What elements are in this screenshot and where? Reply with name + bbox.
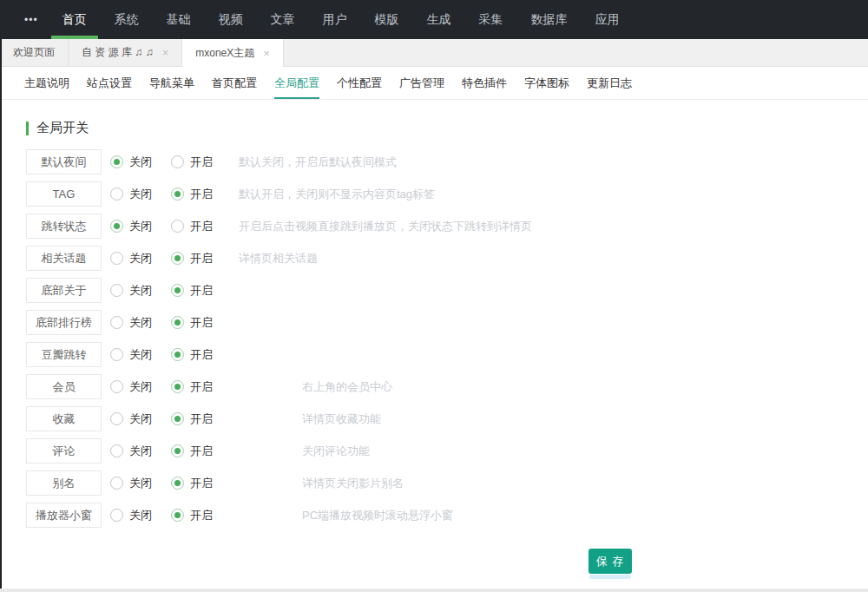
radio-off[interactable]: 关闭 [110,219,171,234]
setting-row: 别名关闭开启详情页关闭影片别名 [0,470,868,496]
radio-circle-icon[interactable] [110,316,123,329]
radio-circle-icon[interactable] [110,220,123,233]
radio-circle-icon[interactable] [110,187,123,201]
radio-circle-icon[interactable] [171,444,184,457]
tab-close-icon[interactable]: × [263,48,270,59]
settings-tab[interactable]: 首页配置 [212,67,257,99]
settings-tab[interactable]: 导航菜单 [149,67,194,99]
radio-circle-icon[interactable] [171,220,184,233]
radio-label: 开启 [190,444,213,459]
top-nav-item[interactable]: 文章 [260,0,306,39]
setting-description: PC端播放视频时滚动悬浮小窗 [302,508,453,523]
radio-circle-icon[interactable] [171,284,184,297]
radio-on[interactable]: 开启 [171,347,232,363]
tab-label: 欢迎页面 [13,45,55,60]
radio-circle-icon[interactable] [171,509,184,522]
top-nav-item[interactable]: 采集 [468,0,515,39]
radio-off[interactable]: 关闭 [110,187,171,202]
radio-on[interactable]: 开启 [171,219,232,234]
top-nav-item[interactable]: 系统 [103,0,150,39]
setting-row: 相关话题关闭开启详情页相关话题 [0,246,868,271]
radio-circle-icon[interactable] [171,477,184,490]
radio-label: 关闭 [129,476,152,491]
radio-off[interactable]: 关闭 [110,411,171,427]
setting-row: 豆瓣跳转关闭开启 [0,342,868,367]
radio-on[interactable]: 开启 [171,155,232,170]
bottom-scrollbar-track[interactable] [0,589,868,592]
tab-close-icon[interactable]: × [162,47,169,58]
radio-circle-icon[interactable] [171,252,184,265]
radio-off[interactable]: 关闭 [110,508,171,523]
top-nav-item[interactable]: 应用 [584,0,631,39]
settings-tab[interactable]: 广告管理 [399,67,444,99]
radio-label: 关闭 [129,155,152,170]
radio-label: 开启 [190,379,213,395]
radio-off[interactable]: 关闭 [110,155,171,170]
radio-label: 开启 [190,508,213,523]
radio-circle-icon[interactable] [110,412,123,425]
window-tab[interactable]: mxoneX主题× [182,39,284,67]
radio-circle-icon[interactable] [171,316,184,329]
settings-tab[interactable]: 个性配置 [337,67,382,99]
radio-off[interactable]: 关闭 [110,476,171,491]
window-tab[interactable]: 欢迎页面 [0,39,69,66]
radio-on[interactable]: 开启 [171,315,232,331]
radio-circle-icon[interactable] [171,187,184,201]
section-header: 全局开关 [26,121,868,135]
setting-row: 底部排行榜关闭开启 [0,310,868,335]
settings-tab[interactable]: 全局配置 [274,67,319,99]
radio-off[interactable]: 关闭 [110,315,171,331]
radio-label: 开启 [190,251,213,266]
radio-circle-icon[interactable] [110,444,123,457]
radio-label: 关闭 [129,219,152,234]
radio-label: 开启 [190,411,213,427]
top-nav-item[interactable]: 视频 [207,0,254,39]
save-button[interactable]: 保 存 [589,549,632,574]
radio-on[interactable]: 开启 [171,251,232,266]
radio-circle-icon[interactable] [110,155,123,168]
radio-on[interactable]: 开启 [171,283,232,299]
radio-on[interactable]: 开启 [171,411,232,427]
radio-circle-icon[interactable] [171,380,184,393]
setting-description: 关闭评论功能 [302,444,370,459]
radio-label: 开启 [190,347,213,363]
settings-tab[interactable]: 站点设置 [87,67,132,99]
window-tab[interactable]: 自 资 源 库 ♫ ♫× [69,39,182,66]
radio-on[interactable]: 开启 [171,187,232,202]
radio-on[interactable]: 开启 [171,379,232,395]
radio-circle-icon[interactable] [110,380,123,393]
settings-tab[interactable]: 特色插件 [462,67,507,99]
top-nav-item[interactable]: 数据库 [520,0,579,39]
settings-tab[interactable]: 主题说明 [24,67,69,99]
more-menu-button[interactable]: ••• [14,0,49,39]
radio-circle-icon[interactable] [171,155,184,168]
radio-circle-icon[interactable] [171,412,184,425]
radio-circle-icon[interactable] [171,348,184,361]
radio-on[interactable]: 开启 [171,444,232,459]
radio-circle-icon[interactable] [110,284,123,297]
radio-off[interactable]: 关闭 [110,379,171,395]
radio-off[interactable]: 关闭 [110,251,171,266]
setting-row: TAG关闭开启默认开启，关闭则不显示内容页tag标签 [0,181,868,207]
radio-off[interactable]: 关闭 [110,283,171,299]
radio-label: 开启 [190,283,213,299]
top-nav-item[interactable]: 首页 [51,0,98,39]
radio-on[interactable]: 开启 [171,508,232,523]
top-nav-item[interactable]: 生成 [416,0,463,39]
radio-circle-icon[interactable] [110,348,123,361]
top-nav-items: 首页系统基础视频文章用户模版生成采集数据库应用 [49,0,634,39]
top-nav-item[interactable]: 基础 [155,0,202,39]
settings-tab[interactable]: 更新日志 [587,67,632,99]
settings-tab[interactable]: 字体图标 [524,67,569,99]
setting-label: 默认夜间 [26,149,102,174]
setting-description: 开启后点击视频直接跳到播放页，关闭状态下跳转到详情页 [239,219,532,234]
radio-circle-icon[interactable] [110,477,123,490]
radio-off[interactable]: 关闭 [110,347,171,363]
radio-circle-icon[interactable] [110,252,123,265]
radio-label: 关闭 [129,508,152,523]
radio-on[interactable]: 开启 [171,476,232,491]
radio-circle-icon[interactable] [110,509,123,522]
top-nav-item[interactable]: 用户 [312,0,358,39]
top-nav-item[interactable]: 模版 [364,0,411,39]
radio-off[interactable]: 关闭 [110,444,171,459]
